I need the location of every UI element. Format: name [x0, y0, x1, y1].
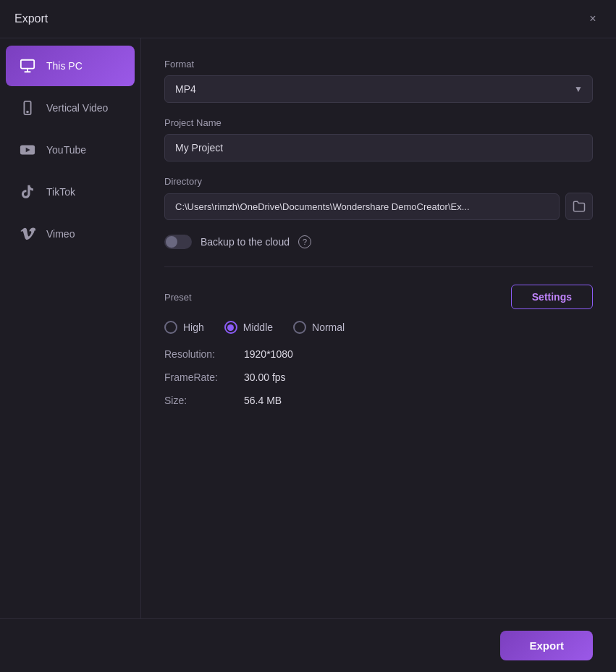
backup-label: Backup to the cloud: [201, 236, 290, 248]
format-select-wrapper: MP4 AVI MOV GIF MP3 ▼: [164, 75, 593, 103]
directory-label: Directory: [164, 176, 593, 187]
folder-browse-button[interactable]: [565, 193, 593, 220]
divider: [164, 266, 593, 267]
settings-button[interactable]: Settings: [511, 285, 593, 309]
directory-input[interactable]: [164, 193, 560, 220]
svg-rect-0: [21, 60, 34, 69]
svg-point-2: [27, 112, 28, 113]
sidebar-item-this-pc[interactable]: This PC: [6, 46, 135, 86]
specs-section: Resolution: 1920*1080 FrameRate: 30.00 f…: [164, 348, 593, 406]
framerate-label: FrameRate:: [164, 371, 244, 383]
size-row: Size: 56.4 MB: [164, 395, 593, 406]
resolution-row: Resolution: 1920*1080: [164, 348, 593, 360]
format-label: Format: [164, 59, 593, 70]
sidebar: This PC Vertical Video: [0, 38, 141, 618]
export-button[interactable]: Export: [500, 631, 593, 660]
footer: Export: [0, 618, 616, 672]
sidebar-item-youtube-label: YouTube: [46, 144, 86, 156]
sidebar-item-this-pc-label: This PC: [46, 60, 83, 72]
preset-header: Preset Settings: [164, 285, 593, 309]
preset-normal-label: Normal: [312, 322, 345, 333]
resolution-value: 1920*1080: [244, 348, 293, 360]
export-window: Export × This PC: [0, 0, 616, 672]
preset-section: Preset Settings High Midd: [164, 285, 593, 406]
phone-icon: [17, 98, 38, 118]
help-icon[interactable]: ?: [298, 235, 311, 248]
preset-middle-radio-dot: [227, 324, 234, 331]
backup-toggle[interactable]: [164, 235, 192, 249]
size-label: Size:: [164, 395, 244, 406]
format-field: Format MP4 AVI MOV GIF MP3 ▼: [164, 59, 593, 103]
preset-normal-option[interactable]: Normal: [293, 321, 345, 334]
preset-middle-option[interactable]: Middle: [224, 321, 273, 334]
preset-radio-group: High Middle Normal: [164, 321, 593, 334]
vimeo-icon: [17, 224, 38, 244]
pc-icon: [17, 56, 38, 76]
sidebar-item-tiktok[interactable]: TikTok: [6, 172, 135, 212]
framerate-row: FrameRate: 30.00 fps: [164, 371, 593, 383]
preset-middle-label: Middle: [243, 322, 273, 333]
preset-high-radio: [164, 321, 177, 334]
window-title: Export: [14, 12, 48, 25]
sidebar-item-youtube[interactable]: YouTube: [6, 130, 135, 170]
sidebar-item-vertical-video-label: Vertical Video: [46, 102, 108, 114]
framerate-value: 30.00 fps: [244, 371, 286, 383]
youtube-icon: [17, 140, 38, 160]
close-button[interactable]: ×: [584, 10, 602, 28]
preset-high-label: High: [183, 322, 204, 333]
right-panel: Format MP4 AVI MOV GIF MP3 ▼ Project Nam…: [141, 38, 616, 618]
directory-field: Directory: [164, 176, 593, 220]
project-name-label: Project Name: [164, 117, 593, 128]
resolution-label: Resolution:: [164, 348, 244, 360]
sidebar-item-vertical-video[interactable]: Vertical Video: [6, 88, 135, 128]
titlebar: Export ×: [0, 0, 616, 38]
sidebar-item-tiktok-label: TikTok: [46, 186, 75, 198]
format-select[interactable]: MP4 AVI MOV GIF MP3: [164, 75, 593, 103]
preset-label: Preset: [164, 292, 192, 303]
directory-row: [164, 193, 593, 220]
sidebar-item-vimeo[interactable]: Vimeo: [6, 214, 135, 254]
backup-row: Backup to the cloud ?: [164, 235, 593, 249]
project-name-input[interactable]: [164, 134, 593, 161]
size-value: 56.4 MB: [244, 395, 282, 406]
preset-middle-radio: [224, 321, 237, 334]
tiktok-icon: [17, 182, 38, 202]
main-content: This PC Vertical Video: [0, 38, 616, 618]
toggle-knob: [166, 236, 177, 248]
project-name-field: Project Name: [164, 117, 593, 161]
preset-normal-radio: [293, 321, 306, 334]
sidebar-item-vimeo-label: Vimeo: [46, 228, 75, 240]
folder-icon: [573, 200, 586, 213]
preset-high-option[interactable]: High: [164, 321, 204, 334]
